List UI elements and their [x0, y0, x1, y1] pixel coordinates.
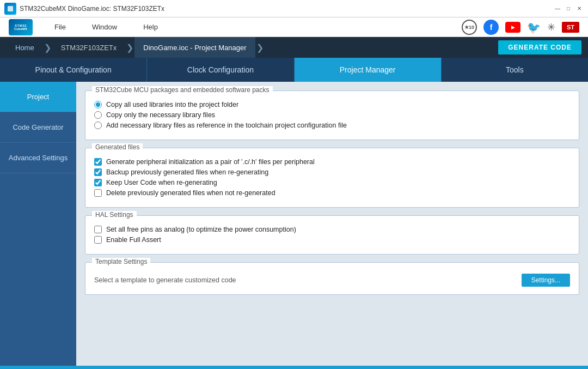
- check-gen-peripheral-input[interactable]: [94, 158, 102, 166]
- radio-copy-all-label[interactable]: Copy all used libraries into the project…: [106, 101, 238, 108]
- check-keep-user-code-input[interactable]: [94, 179, 102, 186]
- content-area: STM32Cube MCU packages and embedded soft…: [76, 82, 588, 366]
- generated-files-content: Generate peripheral initialization as a …: [94, 158, 570, 197]
- tab-clock[interactable]: Clock Configuration: [147, 58, 294, 82]
- check-backup-generated-input[interactable]: [94, 168, 102, 176]
- check-enable-assert-input[interactable]: [94, 236, 102, 244]
- facebook-icon[interactable]: f: [483, 20, 499, 35]
- mcu-packages-legend: STM32Cube MCU packages and embedded soft…: [92, 86, 273, 94]
- mcu-packages-content: Copy all used libraries into the project…: [94, 101, 570, 129]
- check-keep-user-code-label[interactable]: Keep User Code when re-generating: [106, 179, 217, 186]
- cubemx-logo: STM32 CubeMX: [9, 19, 33, 35]
- hal-settings-section: HAL Settings Set all free pins as analog…: [85, 215, 579, 255]
- check-set-analog: Set all free pins as analog (to optimize…: [94, 226, 570, 233]
- sidebar-item-project[interactable]: Project: [0, 82, 76, 112]
- mcu-packages-section: STM32Cube MCU packages and embedded soft…: [85, 90, 579, 140]
- tab-tools[interactable]: Tools: [442, 58, 588, 82]
- radio-copy-all-input[interactable]: [94, 101, 102, 108]
- tab-bar: Pinout & Configuration Clock Configurati…: [0, 58, 588, 82]
- generated-files-legend: Generated files: [92, 143, 143, 151]
- sidebar-item-advanced-settings[interactable]: Advanced Settings: [0, 143, 76, 173]
- network-icon[interactable]: ✳: [547, 21, 555, 33]
- bottom-bar-progress: [0, 366, 576, 369]
- breadcrumb-bar: Home ❯ STM32F103ZETx ❯ DinoGame.ioc - Pr…: [0, 37, 588, 58]
- twitter-icon[interactable]: 🐦: [527, 21, 541, 34]
- social-icons-area: ★10 f ▶ 🐦 ✳ ST: [462, 20, 579, 35]
- breadcrumb-project[interactable]: DinoGame.ioc - Project Manager: [134, 37, 255, 58]
- main-layout: Project Code Generator Advanced Settings…: [0, 82, 588, 366]
- check-enable-assert-label[interactable]: Enable Full Assert: [106, 236, 161, 244]
- template-settings-content: Select a template to generate customized…: [94, 274, 570, 287]
- menu-file[interactable]: File: [50, 21, 70, 33]
- check-set-analog-input[interactable]: [94, 226, 102, 233]
- radio-add-reference-input[interactable]: [94, 122, 102, 129]
- radio-copy-necessary-label[interactable]: Copy only the necessary library files: [106, 111, 215, 119]
- radio-copy-all: Copy all used libraries into the project…: [94, 101, 570, 108]
- hal-settings-legend: HAL Settings: [92, 211, 137, 219]
- check-enable-assert: Enable Full Assert: [94, 236, 570, 244]
- menu-items: File Window Help: [50, 21, 162, 33]
- st-logo[interactable]: ST: [562, 22, 579, 33]
- template-settings-label: Select a template to generate customized…: [94, 276, 236, 284]
- breadcrumb-arrow-1: ❯: [44, 43, 51, 53]
- bottom-bar: [0, 366, 588, 369]
- logo-area: STM32 CubeMX: [9, 19, 33, 35]
- check-backup-generated-label[interactable]: Backup previously generated files when r…: [106, 168, 268, 176]
- settings-button[interactable]: Settings...: [522, 274, 570, 287]
- title-bar: STM32CubeMX DinoGame.ioc: STM32F103ZETx …: [0, 0, 588, 17]
- svg-rect-0: [8, 6, 13, 11]
- review-icon[interactable]: ★10: [462, 20, 477, 35]
- sidebar: Project Code Generator Advanced Settings: [0, 82, 76, 366]
- maximize-button[interactable]: □: [564, 4, 573, 13]
- check-gen-peripheral-label[interactable]: Generate peripheral initialization as a …: [106, 158, 315, 166]
- tab-project-manager[interactable]: Project Manager: [295, 58, 442, 82]
- check-keep-user-code: Keep User Code when re-generating: [94, 179, 570, 186]
- generated-files-section: Generated files Generate peripheral init…: [85, 148, 579, 208]
- check-delete-previous-label[interactable]: Delete previously generated files when n…: [106, 189, 275, 197]
- close-button[interactable]: ✕: [575, 4, 584, 13]
- breadcrumb-chip[interactable]: STM32F103ZETx: [52, 37, 126, 58]
- breadcrumb-home[interactable]: Home: [7, 37, 43, 58]
- check-delete-previous-input[interactable]: [94, 189, 102, 197]
- generate-code-button[interactable]: GENERATE CODE: [498, 40, 581, 55]
- check-delete-previous: Delete previously generated files when n…: [94, 189, 570, 197]
- menu-window[interactable]: Window: [88, 21, 121, 33]
- radio-copy-necessary: Copy only the necessary library files: [94, 111, 570, 119]
- breadcrumb-arrow-2: ❯: [126, 43, 133, 53]
- sidebar-item-code-generator[interactable]: Code Generator: [0, 112, 76, 143]
- title-text: STM32CubeMX DinoGame.ioc: STM32F103ZETx: [20, 5, 164, 13]
- check-set-analog-label[interactable]: Set all free pins as analog (to optimize…: [106, 226, 296, 233]
- menu-bar: STM32 CubeMX File Window Help ★10 f ▶ 🐦 …: [0, 17, 588, 37]
- hal-settings-content: Set all free pins as analog (to optimize…: [94, 226, 570, 244]
- menu-help[interactable]: Help: [139, 21, 162, 33]
- radio-copy-necessary-input[interactable]: [94, 111, 102, 119]
- app-logo: [4, 3, 16, 15]
- check-gen-peripheral: Generate peripheral initialization as a …: [94, 158, 570, 166]
- check-backup-generated: Backup previously generated files when r…: [94, 168, 570, 176]
- radio-add-reference-label[interactable]: Add necessary library files as reference…: [106, 122, 347, 129]
- template-settings-legend: Template Settings: [92, 258, 150, 265]
- tab-pinout[interactable]: Pinout & Configuration: [0, 58, 147, 82]
- radio-add-reference: Add necessary library files as reference…: [94, 122, 570, 129]
- template-settings-section: Template Settings Select a template to g…: [85, 262, 579, 295]
- minimize-button[interactable]: —: [553, 4, 562, 13]
- youtube-icon[interactable]: ▶: [505, 22, 520, 33]
- breadcrumb-arrow-3: ❯: [256, 43, 264, 53]
